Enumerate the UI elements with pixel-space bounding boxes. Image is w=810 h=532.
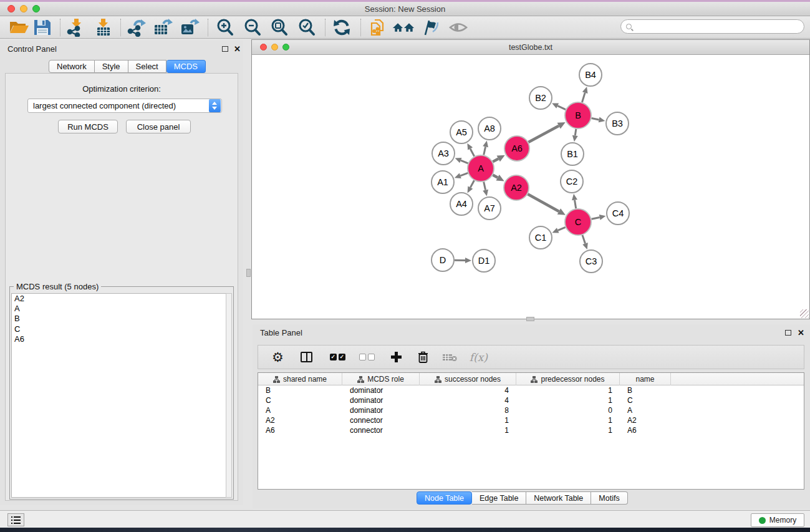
export-table-button[interactable]	[152, 18, 174, 37]
split-pane-grip-horizontal[interactable]	[526, 317, 534, 321]
edge-C-C3[interactable]	[582, 235, 586, 244]
mcds-result-item: A6	[12, 334, 226, 344]
table-row[interactable]: A2connector11A2	[258, 415, 804, 425]
control-panel-header: Control Panel ✕	[0, 41, 243, 57]
refresh-button[interactable]	[330, 18, 353, 37]
zoom-selected-button[interactable]	[296, 18, 318, 37]
split-view-button[interactable]	[301, 352, 312, 362]
checked-box-icon: ✓	[330, 354, 337, 360]
edge-B-B2[interactable]	[557, 106, 566, 110]
result-list-scrollbar[interactable]	[226, 293, 232, 498]
zoom-out-button[interactable]	[241, 18, 264, 37]
export-image-icon	[179, 18, 200, 37]
run-mcds-button[interactable]: Run MCDS	[58, 120, 118, 133]
import-table-button[interactable]	[92, 18, 115, 37]
tab-mcds[interactable]: MCDS	[166, 60, 206, 73]
close-panel-icon[interactable]: ✕	[798, 328, 804, 337]
add-column-button[interactable]	[391, 352, 402, 362]
network-window-title: testGlobe.txt	[252, 43, 809, 52]
table-row[interactable]: Adominator80A	[258, 405, 804, 415]
edge-B-B1[interactable]	[575, 129, 576, 136]
split-view-icon	[301, 352, 312, 362]
edge-A-A4[interactable]	[470, 180, 474, 187]
eye-icon	[448, 18, 469, 37]
select-all-columns-button[interactable]: ✓✓	[330, 354, 345, 360]
edge-A-A8[interactable]	[484, 147, 486, 155]
zoom-fit-button[interactable]	[268, 18, 291, 37]
desktop-edge-bottom	[0, 528, 810, 532]
split-pane-grip-vertical[interactable]	[246, 269, 251, 277]
tab-style[interactable]: Style	[95, 60, 128, 73]
import-table-icon	[93, 18, 114, 37]
search-input[interactable]	[635, 22, 799, 31]
tab-select[interactable]: Select	[128, 60, 166, 73]
save-session-button[interactable]	[31, 18, 54, 37]
mcds-result-item: C	[12, 324, 226, 334]
tab-network[interactable]: Network	[49, 60, 95, 73]
column-header-predecessor-nodes[interactable]: predecessor nodes	[516, 373, 620, 385]
zoom-in-button[interactable]	[214, 18, 236, 37]
export-network-button[interactable]	[125, 18, 148, 37]
table-row[interactable]: Cdominator41C	[258, 395, 804, 405]
optimization-criterion-value: largest connected component (directed)	[28, 101, 209, 110]
edge-A-A7[interactable]	[484, 181, 486, 190]
graph-node-label: B3	[612, 118, 623, 128]
column-header-name[interactable]: name	[620, 373, 671, 385]
duplicate-network-button[interactable]	[367, 18, 389, 37]
column-header-MCDS-role[interactable]: MCDS role	[342, 373, 420, 385]
column-header-shared-name[interactable]: shared name	[258, 373, 342, 385]
tab-edge-table[interactable]: Edge Table	[472, 491, 526, 505]
settings-gear-button[interactable]: ⚙	[272, 351, 284, 364]
edge-A6-B[interactable]	[528, 126, 559, 142]
delete-table-button[interactable]	[442, 353, 457, 362]
edge-A-A5[interactable]	[470, 148, 474, 156]
close-panel-icon[interactable]: ✕	[234, 44, 241, 54]
column-header-label: MCDS role	[367, 375, 404, 384]
plus-icon	[391, 352, 402, 362]
network-window-titlebar[interactable]: testGlobe.txt	[252, 40, 809, 55]
graph-node-label: D	[440, 255, 446, 265]
tab-motifs[interactable]: Motifs	[591, 491, 627, 505]
edge-A-A1[interactable]	[460, 173, 468, 175]
window-resize-grip[interactable]	[800, 309, 809, 318]
eye-button[interactable]	[447, 18, 470, 37]
column-header-successor-nodes[interactable]: successor nodes	[420, 373, 516, 385]
memory-button[interactable]: Memory	[751, 513, 804, 527]
table-cell: dominator	[342, 406, 420, 415]
table-row[interactable]: A6connector11A6	[258, 425, 804, 435]
hierarchy-icon	[531, 376, 538, 383]
tab-node-table[interactable]: Node Table	[417, 491, 472, 505]
toolbar-separator	[208, 19, 208, 36]
graph-node-label: A7	[484, 203, 495, 213]
network-canvas[interactable]: B4B2BB3A8A5A6A3B1AC2A1A2A4A7C4CC1DD1C3	[252, 55, 809, 319]
toolbar-separator	[60, 19, 60, 36]
edge-C-C1[interactable]	[558, 227, 566, 230]
home-pair-button[interactable]	[392, 18, 415, 37]
search-field[interactable]	[620, 19, 804, 34]
edge-A-A2[interactable]	[493, 175, 498, 178]
function-builder-button[interactable]: f(x)	[470, 351, 488, 364]
table-row[interactable]: Bdominator41B	[258, 385, 804, 395]
edge-A-A6[interactable]	[493, 158, 498, 162]
export-image-button[interactable]	[178, 18, 201, 37]
deselect-all-columns-button[interactable]	[359, 354, 375, 360]
tab-network-table[interactable]: Network Table	[526, 491, 591, 505]
open-session-button[interactable]	[7, 18, 30, 37]
edge-B-B3[interactable]	[592, 118, 599, 119]
edge-A-A3[interactable]	[461, 160, 468, 163]
edge-B-B4[interactable]	[582, 93, 585, 102]
close-panel-button[interactable]: Close panel	[126, 120, 191, 133]
hide-details-flag-button[interactable]	[419, 18, 441, 37]
float-panel-icon[interactable]	[222, 46, 228, 52]
edge-C-C2[interactable]	[575, 200, 576, 209]
edge-C-C4[interactable]	[591, 217, 599, 219]
float-panel-icon[interactable]	[785, 330, 791, 336]
optimization-criterion-select[interactable]: largest connected component (directed)	[27, 99, 222, 113]
delete-column-button[interactable]	[418, 351, 428, 363]
table-panel-title: Table Panel	[260, 328, 302, 337]
table-cell: dominator	[342, 386, 420, 395]
task-history-button[interactable]	[7, 513, 24, 526]
import-network-button[interactable]	[65, 18, 87, 37]
edge-A2-C[interactable]	[528, 194, 559, 211]
toolbar-separator	[120, 19, 121, 36]
